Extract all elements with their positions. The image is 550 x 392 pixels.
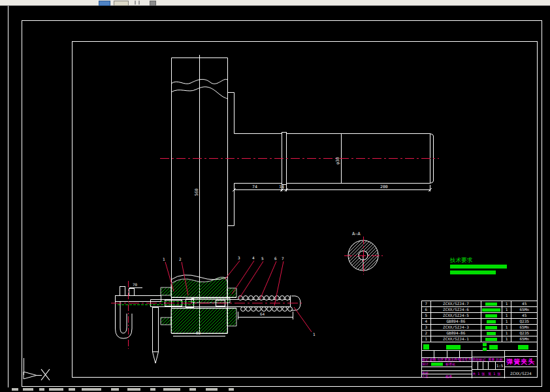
svg-text:3: 3 (238, 255, 240, 260)
tech-requirements-title: 技术要求 (449, 257, 473, 263)
bom-header-row (422, 342, 537, 351)
drawing-number: ZCXX/SZJ4 (505, 371, 537, 376)
label-standardize: 标准化 (445, 362, 460, 367)
label-weight: 重量 (488, 357, 496, 361)
svg-text:1: 1 (163, 257, 165, 261)
redacted-name-bar (482, 308, 500, 312)
redacted-name-bar (487, 320, 496, 323)
label-sign: 签名 (459, 357, 465, 361)
label-date: 年月日 (464, 357, 472, 361)
svg-text:200: 200 (380, 184, 388, 189)
bom-row: 6 ZCXX/SZJ4-6 1 65Mn (422, 307, 537, 313)
label-zone: 分区 (437, 357, 444, 361)
svg-text:74: 74 (252, 184, 257, 189)
label-approve: 批准 (445, 374, 455, 378)
label-count: 处数 (430, 357, 438, 361)
section-label: A—A (352, 231, 361, 237)
ucs-icon (24, 358, 50, 380)
redacted-name-bar (487, 332, 496, 335)
label-scale: 比例 (496, 357, 504, 361)
label-sheets: 共 1 张 (472, 370, 488, 378)
redacted-text-bar (450, 270, 496, 274)
label-stage: 阶段标记 (472, 357, 488, 361)
svg-text:5: 5 (261, 256, 264, 261)
svg-text:6: 6 (274, 256, 277, 261)
ucs-x-glyph (41, 369, 50, 380)
collet-assembly: 70 80 64 (111, 275, 302, 363)
label-mark: 标记 (422, 357, 430, 361)
left-bracket (116, 287, 161, 364)
svg-text:80: 80 (196, 331, 201, 335)
tech-requirements: 技术要求 (449, 257, 507, 274)
stage-zone: 阶段标记 重量 比例 1:5 共 1 张 第 1 张 (472, 351, 504, 378)
redacted-name-bar (485, 314, 497, 318)
title-block: 7 ZCXX/SZJ4-7 1 45 6 ZCXX/SZJ4-6 1 65Mn … (421, 301, 538, 378)
title-block-lower: 标记 处数 分区 更改文件号 签名 年月日 设计 标准化 审核 工艺 (422, 351, 537, 378)
bom-row: 7 ZCXX/SZJ4-7 1 45 (422, 301, 537, 307)
shaft-dimensions: 74 14 200 (233, 184, 432, 191)
shaft-dia-dim: φ30 (335, 157, 340, 165)
scale-value: 1:5 (496, 362, 504, 369)
bom-row: 2 GB894-86 1 Q235 (422, 331, 537, 336)
redacted-name-bar (485, 338, 497, 341)
section-view-aa: A—A (344, 231, 383, 274)
bom-row: 4 GB894-86 1 Q235 (422, 319, 537, 325)
redacted-name-bar (485, 326, 497, 329)
label-design: 设计 (422, 362, 431, 367)
svg-text:70: 70 (133, 282, 138, 287)
drawing-title-zone: 弹簧夹头 ZCXX/SZJ4 (505, 351, 537, 378)
bom-row: 3 ZCXX/SZJ4-3 1 65Mn (422, 325, 537, 331)
redacted-text-bar (450, 265, 507, 269)
drawing-title: 弹簧夹头 (505, 357, 537, 367)
svg-text:2: 2 (179, 257, 182, 261)
cylinder-length-dim: 560 (194, 188, 199, 196)
bom-row: 1 ZCXX/SZJ4-1 1 65Mn (422, 336, 537, 342)
cad-canvas[interactable]: φ30 560 74 14 200 A—A 技术要求 (0, 0, 550, 392)
label-process: 工艺 (422, 374, 431, 378)
command-line-sliver[interactable] (0, 387, 550, 392)
redacted-name-bar (431, 363, 443, 366)
bom-row: 5 ZCXX/SZJ4-5 1 45 (422, 313, 537, 319)
svg-text:14: 14 (279, 184, 284, 189)
label-change-file: 更改文件号 (444, 357, 458, 361)
svg-text:7: 7 (282, 256, 284, 261)
redacted-name-bar (485, 302, 497, 306)
label-sheet-no: 第 1 张 (488, 370, 504, 378)
svg-text:1: 1 (313, 332, 315, 336)
revision-zone: 标记 处数 分区 更改文件号 签名 年月日 设计 标准化 审核 工艺 (422, 351, 472, 378)
svg-text:4: 4 (252, 255, 255, 260)
svg-text:64: 64 (260, 312, 265, 316)
label-check: 审核 (422, 371, 431, 374)
